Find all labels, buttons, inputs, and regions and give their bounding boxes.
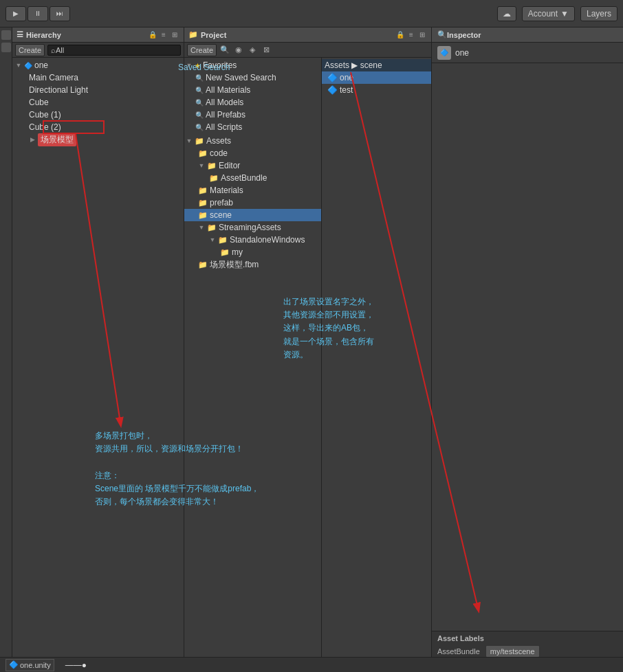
pause-button[interactable]: ⏸ — [28, 6, 48, 21]
proj-label-editor: Editor — [219, 161, 240, 170]
hierarchy-icon: ☰ — [17, 30, 23, 39]
proj-item-streaming-assets[interactable]: ▼ 📁 StreamingAssets — [184, 221, 321, 234]
standalone-folder-icon: 📁 — [218, 236, 228, 245]
proj-item-all-materials[interactable]: 🔍 All Materials — [184, 84, 321, 96]
project-lock-button[interactable]: 🔒 — [395, 30, 405, 40]
inspector-content — [432, 63, 623, 631]
hierarchy-create-button[interactable]: Create — [15, 44, 45, 56]
assetbundle-label: AssetBundle — [437, 647, 480, 656]
hierarchy-item-cube2[interactable]: Cube (2) — [12, 121, 184, 133]
hierarchy-item-one[interactable]: ▼ 🔷 one — [12, 59, 184, 71]
project-folder-icon: 📁 — [188, 30, 198, 39]
annotation-saved-search: Saved Search — [178, 61, 230, 74]
editor-expand-arrow: ▼ — [198, 162, 205, 169]
proj-label-assetbundle: AssetBundle — [221, 173, 267, 183]
proj-label-prefab: prefab — [210, 198, 233, 208]
project-title: Project — [201, 31, 226, 39]
project-header: 📁 Project 🔒 ≡ ⊞ — [184, 27, 431, 43]
proj-item-scene-model-fbm[interactable]: 📁 场景模型.fbm — [184, 258, 321, 271]
hierarchy-item-cube[interactable]: Cube — [12, 96, 184, 109]
hierarchy-search-input[interactable] — [47, 45, 181, 56]
asset-labels-row: AssetBundle my/testscene — [437, 645, 617, 658]
hierarchy-header-controls: 🔒 ≡ ⊞ — [148, 30, 179, 40]
play-button[interactable]: ▶ — [6, 6, 26, 21]
hierarchy-label-one: one — [34, 60, 48, 70]
proj-item-all-scripts[interactable]: 🔍 All Scripts — [184, 121, 321, 133]
project-filter-icon3[interactable]: ⊠ — [261, 45, 272, 56]
hierarchy-label-cube1: Cube (1) — [29, 110, 61, 120]
hierarchy-expand-button[interactable]: ⊞ — [170, 30, 179, 40]
hierarchy-label-cube2: Cube (2) — [29, 122, 61, 132]
proj-item-materials[interactable]: 📁 Materials — [184, 184, 321, 197]
account-button[interactable]: Account ▼ — [522, 6, 575, 21]
inspector-header: 🔍 Inspector — [432, 27, 623, 43]
project-scene-panel: Assets ▶ scene 🔷 one 🔷 test — [322, 58, 431, 672]
proj-item-all-models[interactable]: 🔍 All Models — [184, 96, 321, 109]
hierarchy-title: Hierarchy — [26, 31, 61, 39]
hierarchy-search-bar: Create — [12, 43, 184, 58]
streaming-folder-icon: 📁 — [207, 223, 217, 232]
proj-item-all-prefabs[interactable]: 🔍 All Prefabs — [184, 109, 321, 121]
all-models-icon: 🔍 — [195, 99, 204, 107]
hierarchy-item-scene-model[interactable]: ▶ 场景模型 — [12, 133, 184, 146]
scene-indicator: 🔷 one.unity — [6, 659, 54, 671]
project-filter-icon2[interactable]: ◈ — [247, 45, 258, 56]
expand-arrow-one: ▼ — [15, 62, 22, 69]
proj-label-all-models: All Models — [206, 98, 243, 107]
annotation-center-block: 出了场景设置名字之外， 其他资源全部不用设置， 这样，导出来的AB包， 就是一个… — [283, 295, 374, 361]
hierarchy-menu-button[interactable]: ≡ — [159, 30, 168, 40]
all-materials-icon: 🔍 — [195, 87, 204, 94]
hierarchy-header: ☰ Hierarchy 🔒 ≡ ⊞ — [12, 27, 184, 43]
proj-label-materials: Materials — [210, 186, 243, 195]
inspector-object-name: one — [455, 48, 469, 58]
project-search-icon[interactable]: 🔍 — [219, 45, 230, 56]
proj-label-standalone-windows: StandaloneWindows — [230, 235, 305, 245]
annotation-bottom-block: 多场景打包时， 资源共用，所以，资源和场景分开打包！ 注意： Scene里面的 … — [95, 429, 259, 508]
all-scripts-icon: 🔍 — [195, 124, 204, 131]
tool-icon-2[interactable] — [1, 43, 11, 52]
hierarchy-tree: ▼ 🔷 one Main Camera Directional Light Cu… — [12, 58, 184, 672]
hierarchy-item-cube1[interactable]: Cube (1) — [12, 109, 184, 121]
hierarchy-lock-button[interactable]: 🔒 — [148, 30, 157, 40]
account-dropdown-icon: ▼ — [560, 9, 569, 19]
project-menu-button[interactable]: ≡ — [406, 30, 416, 40]
proj-label-streaming-assets: StreamingAssets — [219, 223, 281, 232]
proj-item-my[interactable]: 📁 my — [184, 246, 321, 258]
project-search-bar: Create 🔍 ◉ ◈ ⊠ — [184, 43, 431, 58]
proj-label-all-prefabs: All Prefabs — [206, 110, 245, 120]
proj-asset-one[interactable]: 🔷 one — [322, 71, 431, 84]
proj-item-standalone-windows[interactable]: ▼ 📁 StandaloneWindows — [184, 234, 321, 246]
proj-item-code[interactable]: 📁 code — [184, 147, 321, 159]
scene-folder-icon: 📁 — [198, 211, 208, 220]
project-create-button[interactable]: Create — [187, 44, 217, 56]
saved-search-icon: 🔍 — [195, 74, 204, 82]
zoom-indicator: ——● — [65, 660, 87, 670]
project-header-controls: 🔒 ≡ ⊞ — [395, 30, 427, 40]
assets-folder-icon: 📁 — [195, 137, 204, 146]
hierarchy-label-directional-light: Directional Light — [29, 85, 88, 95]
hierarchy-label-main-camera: Main Camera — [29, 73, 78, 82]
proj-label-my: my — [232, 247, 243, 257]
hierarchy-item-main-camera[interactable]: Main Camera — [12, 71, 184, 84]
proj-item-prefab[interactable]: 📁 prefab — [184, 197, 321, 209]
layers-button[interactable]: Layers — [580, 6, 617, 21]
scene-panel-header: Assets ▶ scene — [322, 59, 431, 71]
assets-label: Assets — [206, 136, 231, 146]
cloud-button[interactable]: ☁ — [497, 6, 516, 21]
proj-asset-test[interactable]: 🔷 test — [322, 84, 431, 96]
proj-label-all-scripts: All Scripts — [206, 122, 242, 132]
inspector-object-row: 🔷 one — [432, 43, 623, 63]
project-expand-button[interactable]: ⊞ — [417, 30, 427, 40]
assets-expand-arrow: ▼ — [186, 137, 193, 144]
proj-item-assetbundle[interactable]: 📁 AssetBundle — [184, 172, 321, 184]
assets-breadcrumb: Assets ▶ scene — [325, 60, 382, 70]
project-filter-icon1[interactable]: ◉ — [233, 45, 244, 56]
proj-asset-label-test: test — [340, 85, 353, 95]
hierarchy-item-directional-light[interactable]: Directional Light — [12, 84, 184, 96]
step-button[interactable]: ⏭ — [50, 6, 70, 21]
assetbundle-value[interactable]: my/testscene — [485, 645, 540, 658]
proj-item-editor[interactable]: ▼ 📁 Editor — [184, 159, 321, 172]
materials-folder-icon: 📁 — [198, 186, 208, 195]
proj-item-scene[interactable]: 📁 scene — [184, 209, 321, 221]
tool-icon-1[interactable] — [1, 30, 11, 40]
